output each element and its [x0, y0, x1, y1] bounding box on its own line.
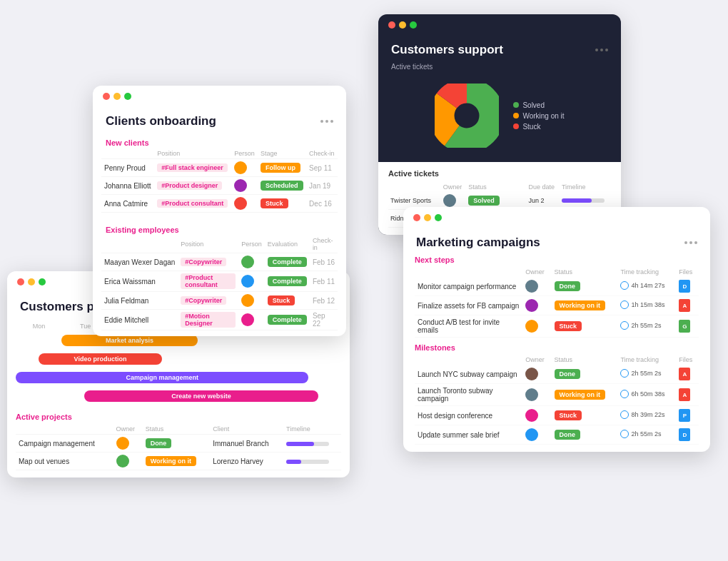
next-steps-table: Owner Status Time tracking Files Monitor…	[415, 267, 699, 338]
position-tag: #Copywriter	[181, 296, 226, 305]
active-projects-label: Active projects	[16, 413, 341, 421]
table-row: Map out venues Working on it Lorenzo Har…	[16, 453, 341, 470]
window-controls	[93, 86, 346, 103]
svg-point-3	[456, 105, 477, 126]
row-stage: Stuck	[258, 195, 306, 213]
row-owner	[522, 406, 551, 425]
position-tag: #Product consultant	[181, 273, 236, 289]
milestones-table-wrap: Owner Status Time tracking Files Launch …	[403, 355, 710, 452]
st-col-status: Status	[466, 182, 526, 192]
milestones-label: Milestones	[403, 343, 710, 355]
row-file: A	[676, 296, 699, 315]
projects-close-control[interactable]	[17, 278, 24, 285]
row-owner	[522, 315, 551, 338]
avatar	[234, 197, 247, 210]
row-person	[238, 310, 265, 330]
ns-col-time: Time tracking	[617, 267, 676, 277]
col-position: Position	[154, 148, 231, 159]
row-timeline	[283, 453, 341, 470]
legend-solved-label: Solved	[522, 101, 545, 109]
col-person: Person	[231, 148, 258, 159]
ms-col-owner: Owner	[522, 355, 551, 365]
ap-col-client: Client	[210, 424, 283, 435]
time-badge: 4h 14m 27s	[620, 281, 664, 290]
ns-col-owner: Owner	[522, 267, 551, 277]
row-client: Immanuel Branch	[210, 435, 283, 453]
legend-working-dot	[513, 113, 519, 118]
row-client: Lorenzo Harvey	[210, 453, 283, 470]
ms-col-time: Time tracking	[617, 355, 676, 365]
support-subtitle: Active tickets	[378, 63, 621, 76]
avatar	[116, 437, 129, 450]
table-row: Monitor campaign performance Done 4h 14m…	[415, 277, 699, 296]
st-col-due: Due date	[527, 182, 560, 192]
row-stage: Follow up	[258, 159, 306, 177]
milestones-table: Owner Status Time tracking Files Launch …	[415, 355, 699, 445]
row-owner	[522, 296, 551, 315]
status-badge: Done	[146, 438, 172, 448]
row-position: #Copywriter	[178, 292, 238, 310]
gantt-bar: Campaign management	[16, 372, 308, 383]
projects-maximize-control[interactable]	[39, 278, 46, 285]
legend-stuck: Stuck	[513, 123, 564, 131]
customers-support-card: Customers support Active tickets Solved …	[378, 14, 621, 235]
row-name: Launch Toronto subway campaign	[415, 384, 522, 406]
support-maximize-control[interactable]	[410, 21, 417, 29]
new-clients-table-wrap: Position Person Stage Check-in Penny Pro…	[93, 148, 346, 218]
close-control[interactable]	[103, 93, 110, 100]
row-name: Campaign management	[16, 435, 113, 453]
stage-badge: Stuck	[261, 198, 288, 208]
support-window-controls	[378, 14, 621, 31]
col-position-ex: Position	[178, 236, 238, 253]
row-person	[238, 292, 265, 310]
row-status: Done	[143, 435, 210, 453]
status-badge: Working on it	[555, 300, 605, 310]
existing-employees-label: Existing employees	[93, 221, 346, 236]
support-menu-button[interactable]	[595, 49, 608, 51]
position-tag: #Copywriter	[181, 258, 226, 266]
timeline-bar	[286, 442, 329, 446]
avatar	[116, 455, 129, 468]
marketing-maximize-control[interactable]	[435, 214, 442, 221]
avatar	[525, 299, 538, 312]
active-projects-table: Owner Status Client Timeline Campaign ma…	[16, 424, 341, 470]
clock-icon	[620, 410, 629, 419]
ap-col-status: Status	[143, 424, 210, 435]
eval-badge: Complete	[268, 315, 307, 325]
row-status: Stuck	[552, 406, 618, 425]
avatar	[241, 294, 254, 307]
existing-employees-table: Position Person Evaluation Check-in Maay…	[101, 236, 338, 330]
legend-working-label: Working on it	[522, 112, 564, 120]
row-owner	[113, 435, 143, 453]
marketing-minimize-control[interactable]	[424, 214, 431, 221]
row-name: Eddie Mitchell	[101, 310, 178, 330]
gantt-row: Create new website	[16, 388, 341, 404]
row-file: A	[676, 384, 699, 406]
projects-minimize-control[interactable]	[28, 278, 35, 285]
st-col-timeline: Timeline	[560, 182, 611, 192]
maximize-control[interactable]	[124, 93, 131, 100]
marketing-close-control[interactable]	[413, 214, 420, 221]
row-name: Monitor campaign performance	[415, 277, 522, 296]
row-file: D	[676, 277, 699, 296]
row-time: 1h 15m 38s	[617, 296, 676, 315]
stage-badge: Scheduled	[261, 181, 303, 191]
row-name: Update summer sale brief	[415, 425, 522, 445]
support-minimize-control[interactable]	[399, 21, 406, 29]
row-file: G	[676, 315, 699, 338]
clients-menu-button[interactable]	[320, 120, 333, 123]
status-badge: Done	[555, 281, 581, 291]
file-icon: A	[679, 368, 690, 380]
ms-col-files: Files	[676, 355, 699, 365]
support-close-control[interactable]	[388, 21, 395, 29]
minimize-control[interactable]	[113, 93, 121, 100]
row-name: Launch NYC subway campaign	[415, 365, 522, 384]
clients-onboarding-card: Clients onboarding New clients Position …	[93, 86, 346, 336]
row-status: Done	[552, 365, 618, 384]
table-row: Penny Proud #Full stack engineer Follow …	[101, 159, 338, 177]
clock-icon	[620, 390, 629, 398]
col-name	[101, 148, 154, 159]
row-file: D	[676, 425, 699, 445]
marketing-menu-button[interactable]	[684, 241, 697, 244]
st-col-owner: Owner	[441, 182, 466, 192]
